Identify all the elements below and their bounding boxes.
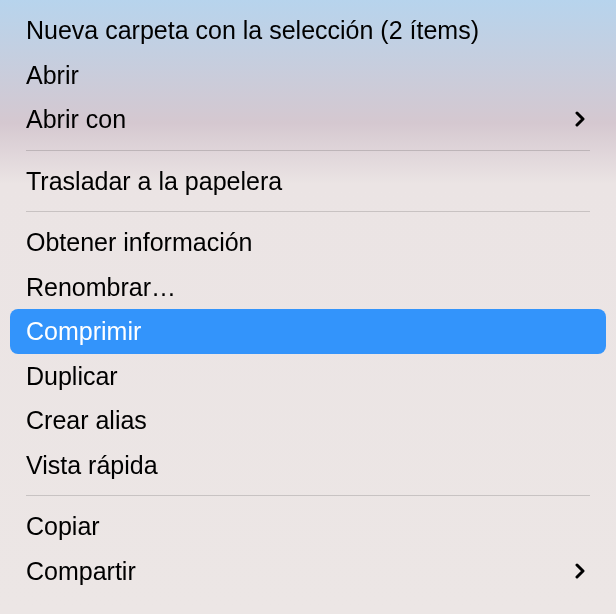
menu-item-label: Compartir (26, 555, 570, 588)
menu-item-copy[interactable]: Copiar (0, 504, 616, 549)
menu-separator (26, 211, 590, 212)
chevron-right-icon (570, 109, 590, 129)
menu-item-open[interactable]: Abrir (0, 53, 616, 98)
menu-item-label: Vista rápida (26, 449, 590, 482)
menu-item-label: Copiar (26, 510, 590, 543)
menu-separator (26, 495, 590, 496)
menu-item-quick-look[interactable]: Vista rápida (0, 443, 616, 488)
context-menu: Nueva carpeta con la selección (2 ítems)… (0, 0, 616, 614)
menu-item-rename[interactable]: Renombrar… (0, 265, 616, 310)
menu-item-move-to-trash[interactable]: Trasladar a la papelera (0, 159, 616, 204)
menu-item-label: Renombrar… (26, 271, 590, 304)
menu-item-label: Duplicar (26, 360, 590, 393)
menu-item-duplicate[interactable]: Duplicar (0, 354, 616, 399)
menu-item-label: Abrir (26, 59, 590, 92)
menu-separator (26, 150, 590, 151)
menu-item-make-alias[interactable]: Crear alias (0, 398, 616, 443)
menu-item-open-with[interactable]: Abrir con (0, 97, 616, 142)
menu-item-new-folder-selection[interactable]: Nueva carpeta con la selección (2 ítems) (0, 8, 616, 53)
menu-item-label: Abrir con (26, 103, 570, 136)
menu-item-label: Trasladar a la papelera (26, 165, 590, 198)
chevron-right-icon (570, 561, 590, 581)
menu-item-label: Obtener información (26, 226, 590, 259)
menu-item-share[interactable]: Compartir (0, 549, 616, 594)
menu-item-compress[interactable]: Comprimir (10, 309, 606, 354)
menu-item-label: Nueva carpeta con la selección (2 ítems) (26, 14, 590, 47)
menu-item-get-info[interactable]: Obtener información (0, 220, 616, 265)
menu-item-label: Crear alias (26, 404, 590, 437)
menu-item-label: Comprimir (26, 315, 590, 348)
